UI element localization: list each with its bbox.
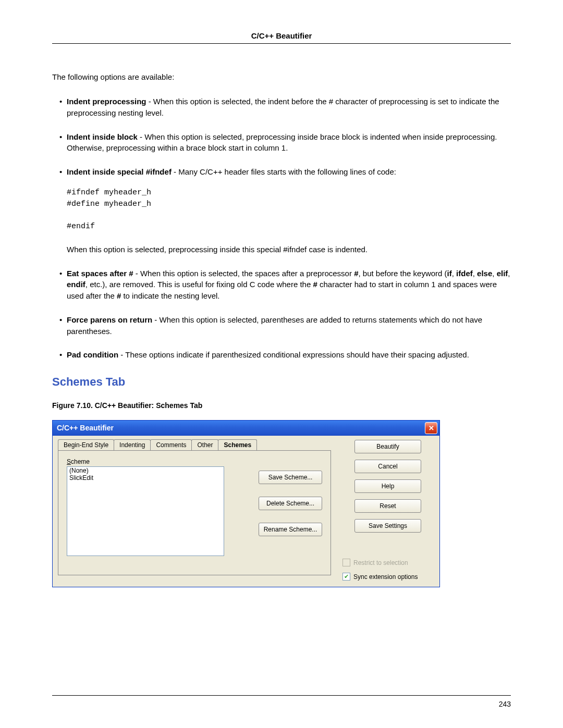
dialog-body: Begin-End Style Indenting Comments Other… xyxy=(53,436,439,587)
tab-indenting[interactable]: Indenting xyxy=(114,439,151,450)
list-item: Pad condition - These options indicate i… xyxy=(59,349,511,361)
list-item: Eat spaces after # - When this option is… xyxy=(59,268,511,302)
cancel-button[interactable]: Cancel xyxy=(354,460,421,473)
reset-button[interactable]: Reset xyxy=(354,499,421,513)
sync-extension-options-label: Sync extension options xyxy=(353,573,418,581)
option-text: - Many C/C++ header files starts with th… xyxy=(172,167,396,176)
dialog-title: C/C++ Beautifier xyxy=(57,424,114,432)
list-item[interactable]: SlickEdit xyxy=(67,474,224,482)
figure-caption: Figure 7.10. C/C++ Beautifier: Schemes T… xyxy=(52,401,511,410)
option-after-text: When this option is selected, preprocess… xyxy=(67,244,511,255)
tab-schemes[interactable]: Schemes xyxy=(218,439,257,450)
tab-comments[interactable]: Comments xyxy=(150,439,192,450)
page-number: 243 xyxy=(499,700,511,708)
option-label: Force parens on return xyxy=(67,315,152,324)
close-button[interactable]: ✕ xyxy=(425,422,437,434)
beautifier-dialog: C/C++ Beautifier ✕ Begin-End Style Inden… xyxy=(52,420,440,587)
restrict-to-selection-label: Restrict to selection xyxy=(353,559,408,566)
restrict-to-selection-row: Restrict to selection xyxy=(341,559,434,566)
list-item: Indent inside block - When this option i… xyxy=(59,131,511,154)
restrict-to-selection-checkbox xyxy=(342,559,350,566)
tab-other[interactable]: Other xyxy=(191,439,218,450)
option-label: Indent inside special #ifndef xyxy=(67,167,172,176)
scheme-list[interactable]: (None) SlickEdit xyxy=(67,466,224,556)
close-icon: ✕ xyxy=(429,425,434,431)
sync-extension-options-row[interactable]: ✔ Sync extension options xyxy=(341,573,434,581)
sync-extension-options-checkbox[interactable]: ✔ xyxy=(342,573,350,581)
option-label: Pad condition xyxy=(67,350,118,359)
tab-begin-end-style[interactable]: Begin-End Style xyxy=(58,439,114,450)
option-label: Indent inside block xyxy=(67,132,138,141)
list-item[interactable]: (None) xyxy=(67,467,224,474)
tab-panel-schemes: Scheme (None) SlickEdit Save Scheme... D… xyxy=(58,450,331,575)
scheme-label: Scheme xyxy=(67,458,250,465)
help-button[interactable]: Help xyxy=(354,479,421,493)
delete-scheme-button[interactable]: Delete Scheme... xyxy=(259,497,322,510)
option-text: - When this option is selected, the spac… xyxy=(67,269,510,301)
option-text: - These options indicate if parenthesize… xyxy=(118,350,469,359)
tab-strip: Begin-End Style Indenting Comments Other… xyxy=(58,438,331,450)
options-list: Indent preprocessing - When this option … xyxy=(52,96,511,361)
beautify-button[interactable]: Beautify xyxy=(354,440,421,453)
save-scheme-button[interactable]: Save Scheme... xyxy=(259,471,322,484)
intro-text: The following options are available: xyxy=(52,72,511,81)
save-settings-button[interactable]: Save Settings xyxy=(354,519,421,533)
list-item: Indent inside special #ifndef - Many C/C… xyxy=(59,166,511,255)
list-item: Indent preprocessing - When this option … xyxy=(59,96,511,119)
rename-scheme-button[interactable]: Rename Scheme... xyxy=(259,523,322,536)
option-label: Eat spaces after # xyxy=(67,269,133,278)
option-label: Indent preprocessing xyxy=(67,97,146,106)
code-block: #ifndef myheader_h #define myheader_h #e… xyxy=(67,187,511,232)
page-header: C/C++ Beautifier xyxy=(52,31,511,44)
section-heading-schemes: Schemes Tab xyxy=(52,375,511,389)
list-item: Force parens on return - When this optio… xyxy=(59,314,511,337)
dialog-titlebar: C/C++ Beautifier ✕ xyxy=(53,421,439,436)
